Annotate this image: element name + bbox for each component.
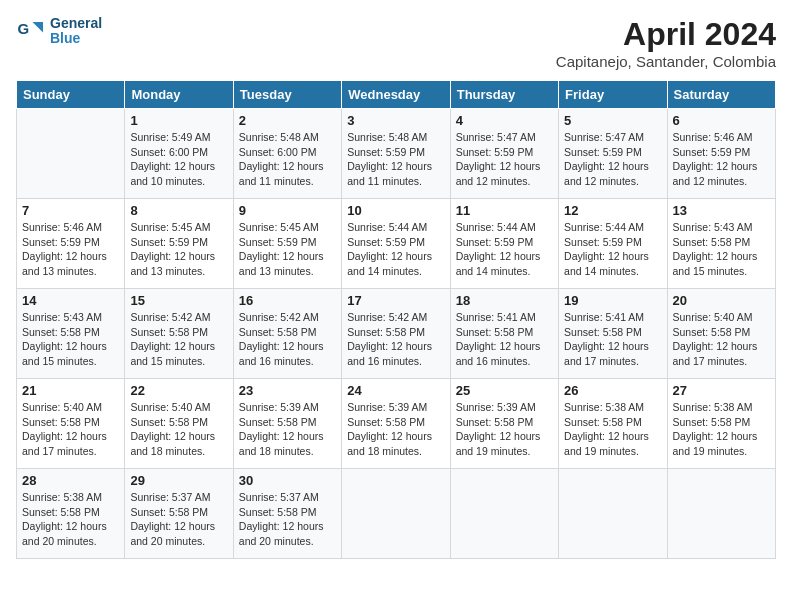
calendar-cell: 5Sunrise: 5:47 AMSunset: 5:59 PMDaylight… bbox=[559, 109, 667, 199]
calendar-cell: 15Sunrise: 5:42 AMSunset: 5:58 PMDayligh… bbox=[125, 289, 233, 379]
svg-text:G: G bbox=[18, 20, 30, 37]
day-number: 21 bbox=[22, 383, 119, 398]
weekday-header-friday: Friday bbox=[559, 81, 667, 109]
day-info: Sunrise: 5:45 AMSunset: 5:59 PMDaylight:… bbox=[130, 220, 227, 279]
day-number: 28 bbox=[22, 473, 119, 488]
day-number: 8 bbox=[130, 203, 227, 218]
day-number: 23 bbox=[239, 383, 336, 398]
logo-blue: Blue bbox=[50, 31, 102, 46]
day-info: Sunrise: 5:41 AMSunset: 5:58 PMDaylight:… bbox=[456, 310, 553, 369]
calendar-cell: 6Sunrise: 5:46 AMSunset: 5:59 PMDaylight… bbox=[667, 109, 775, 199]
day-number: 18 bbox=[456, 293, 553, 308]
calendar-cell: 2Sunrise: 5:48 AMSunset: 6:00 PMDaylight… bbox=[233, 109, 341, 199]
day-info: Sunrise: 5:39 AMSunset: 5:58 PMDaylight:… bbox=[239, 400, 336, 459]
title-block: April 2024 Capitanejo, Santander, Colomb… bbox=[556, 16, 776, 70]
day-info: Sunrise: 5:42 AMSunset: 5:58 PMDaylight:… bbox=[130, 310, 227, 369]
day-info: Sunrise: 5:44 AMSunset: 5:59 PMDaylight:… bbox=[347, 220, 444, 279]
calendar-cell: 1Sunrise: 5:49 AMSunset: 6:00 PMDaylight… bbox=[125, 109, 233, 199]
calendar-cell: 17Sunrise: 5:42 AMSunset: 5:58 PMDayligh… bbox=[342, 289, 450, 379]
day-number: 19 bbox=[564, 293, 661, 308]
calendar-cell: 30Sunrise: 5:37 AMSunset: 5:58 PMDayligh… bbox=[233, 469, 341, 559]
calendar-cell: 3Sunrise: 5:48 AMSunset: 5:59 PMDaylight… bbox=[342, 109, 450, 199]
day-number: 20 bbox=[673, 293, 770, 308]
day-number: 2 bbox=[239, 113, 336, 128]
day-info: Sunrise: 5:43 AMSunset: 5:58 PMDaylight:… bbox=[22, 310, 119, 369]
day-info: Sunrise: 5:37 AMSunset: 5:58 PMDaylight:… bbox=[130, 490, 227, 549]
day-number: 11 bbox=[456, 203, 553, 218]
day-number: 7 bbox=[22, 203, 119, 218]
calendar-cell: 10Sunrise: 5:44 AMSunset: 5:59 PMDayligh… bbox=[342, 199, 450, 289]
day-info: Sunrise: 5:39 AMSunset: 5:58 PMDaylight:… bbox=[456, 400, 553, 459]
location-subtitle: Capitanejo, Santander, Colombia bbox=[556, 53, 776, 70]
day-number: 6 bbox=[673, 113, 770, 128]
day-number: 24 bbox=[347, 383, 444, 398]
day-info: Sunrise: 5:44 AMSunset: 5:59 PMDaylight:… bbox=[456, 220, 553, 279]
weekday-header-row: SundayMondayTuesdayWednesdayThursdayFrid… bbox=[17, 81, 776, 109]
calendar-cell: 9Sunrise: 5:45 AMSunset: 5:59 PMDaylight… bbox=[233, 199, 341, 289]
calendar-cell: 22Sunrise: 5:40 AMSunset: 5:58 PMDayligh… bbox=[125, 379, 233, 469]
day-number: 14 bbox=[22, 293, 119, 308]
weekday-header-tuesday: Tuesday bbox=[233, 81, 341, 109]
calendar-cell: 12Sunrise: 5:44 AMSunset: 5:59 PMDayligh… bbox=[559, 199, 667, 289]
weekday-header-wednesday: Wednesday bbox=[342, 81, 450, 109]
svg-marker-2 bbox=[33, 22, 44, 33]
calendar-cell: 14Sunrise: 5:43 AMSunset: 5:58 PMDayligh… bbox=[17, 289, 125, 379]
calendar-cell: 11Sunrise: 5:44 AMSunset: 5:59 PMDayligh… bbox=[450, 199, 558, 289]
calendar-cell: 7Sunrise: 5:46 AMSunset: 5:59 PMDaylight… bbox=[17, 199, 125, 289]
day-number: 3 bbox=[347, 113, 444, 128]
calendar-cell: 13Sunrise: 5:43 AMSunset: 5:58 PMDayligh… bbox=[667, 199, 775, 289]
day-number: 5 bbox=[564, 113, 661, 128]
day-info: Sunrise: 5:41 AMSunset: 5:58 PMDaylight:… bbox=[564, 310, 661, 369]
day-number: 27 bbox=[673, 383, 770, 398]
calendar-week-row: 7Sunrise: 5:46 AMSunset: 5:59 PMDaylight… bbox=[17, 199, 776, 289]
weekday-header-saturday: Saturday bbox=[667, 81, 775, 109]
logo-general: General bbox=[50, 16, 102, 31]
weekday-header-sunday: Sunday bbox=[17, 81, 125, 109]
day-number: 16 bbox=[239, 293, 336, 308]
calendar-cell: 23Sunrise: 5:39 AMSunset: 5:58 PMDayligh… bbox=[233, 379, 341, 469]
day-number: 1 bbox=[130, 113, 227, 128]
day-info: Sunrise: 5:40 AMSunset: 5:58 PMDaylight:… bbox=[130, 400, 227, 459]
day-info: Sunrise: 5:40 AMSunset: 5:58 PMDaylight:… bbox=[673, 310, 770, 369]
day-number: 12 bbox=[564, 203, 661, 218]
calendar-cell: 19Sunrise: 5:41 AMSunset: 5:58 PMDayligh… bbox=[559, 289, 667, 379]
calendar-cell bbox=[667, 469, 775, 559]
calendar-cell: 25Sunrise: 5:39 AMSunset: 5:58 PMDayligh… bbox=[450, 379, 558, 469]
day-info: Sunrise: 5:38 AMSunset: 5:58 PMDaylight:… bbox=[564, 400, 661, 459]
day-info: Sunrise: 5:38 AMSunset: 5:58 PMDaylight:… bbox=[673, 400, 770, 459]
month-year-title: April 2024 bbox=[556, 16, 776, 53]
day-info: Sunrise: 5:43 AMSunset: 5:58 PMDaylight:… bbox=[673, 220, 770, 279]
day-info: Sunrise: 5:48 AMSunset: 5:59 PMDaylight:… bbox=[347, 130, 444, 189]
calendar-cell: 16Sunrise: 5:42 AMSunset: 5:58 PMDayligh… bbox=[233, 289, 341, 379]
weekday-header-thursday: Thursday bbox=[450, 81, 558, 109]
calendar-cell: 28Sunrise: 5:38 AMSunset: 5:58 PMDayligh… bbox=[17, 469, 125, 559]
day-info: Sunrise: 5:44 AMSunset: 5:59 PMDaylight:… bbox=[564, 220, 661, 279]
day-info: Sunrise: 5:49 AMSunset: 6:00 PMDaylight:… bbox=[130, 130, 227, 189]
day-number: 17 bbox=[347, 293, 444, 308]
day-info: Sunrise: 5:39 AMSunset: 5:58 PMDaylight:… bbox=[347, 400, 444, 459]
calendar-cell bbox=[450, 469, 558, 559]
day-info: Sunrise: 5:48 AMSunset: 6:00 PMDaylight:… bbox=[239, 130, 336, 189]
calendar-week-row: 1Sunrise: 5:49 AMSunset: 6:00 PMDaylight… bbox=[17, 109, 776, 199]
day-number: 22 bbox=[130, 383, 227, 398]
calendar-cell bbox=[342, 469, 450, 559]
calendar-cell: 18Sunrise: 5:41 AMSunset: 5:58 PMDayligh… bbox=[450, 289, 558, 379]
calendar-cell: 27Sunrise: 5:38 AMSunset: 5:58 PMDayligh… bbox=[667, 379, 775, 469]
day-number: 10 bbox=[347, 203, 444, 218]
day-number: 13 bbox=[673, 203, 770, 218]
day-number: 29 bbox=[130, 473, 227, 488]
day-info: Sunrise: 5:47 AMSunset: 5:59 PMDaylight:… bbox=[456, 130, 553, 189]
day-info: Sunrise: 5:42 AMSunset: 5:58 PMDaylight:… bbox=[239, 310, 336, 369]
day-number: 4 bbox=[456, 113, 553, 128]
calendar-cell: 26Sunrise: 5:38 AMSunset: 5:58 PMDayligh… bbox=[559, 379, 667, 469]
calendar-cell: 8Sunrise: 5:45 AMSunset: 5:59 PMDaylight… bbox=[125, 199, 233, 289]
logo: G General Blue bbox=[16, 16, 102, 47]
day-info: Sunrise: 5:38 AMSunset: 5:58 PMDaylight:… bbox=[22, 490, 119, 549]
logo-icon: G bbox=[16, 16, 46, 46]
calendar-cell bbox=[17, 109, 125, 199]
calendar-table: SundayMondayTuesdayWednesdayThursdayFrid… bbox=[16, 80, 776, 559]
day-number: 25 bbox=[456, 383, 553, 398]
calendar-cell bbox=[559, 469, 667, 559]
calendar-cell: 29Sunrise: 5:37 AMSunset: 5:58 PMDayligh… bbox=[125, 469, 233, 559]
day-number: 9 bbox=[239, 203, 336, 218]
